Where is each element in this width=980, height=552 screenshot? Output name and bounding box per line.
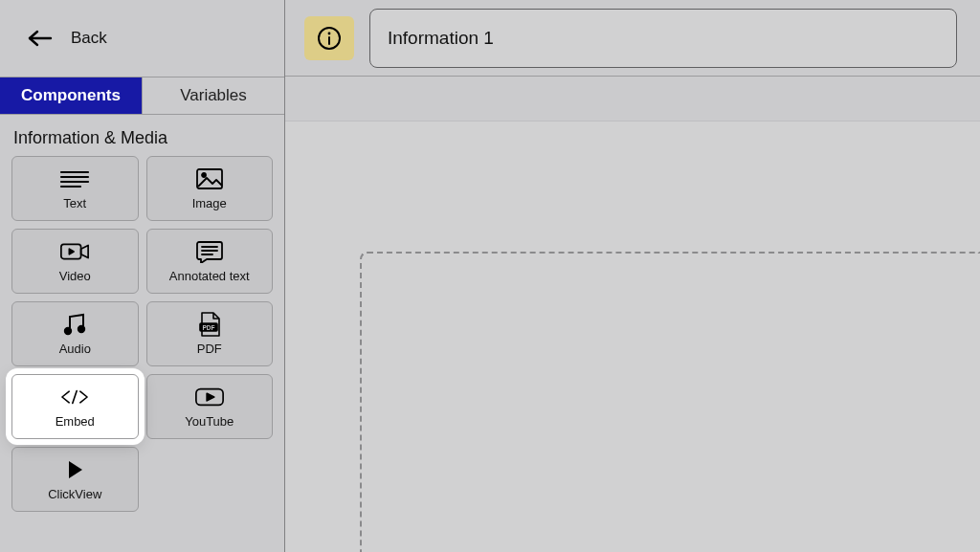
tile-label: YouTube [185, 414, 234, 429]
right-panel [285, 0, 980, 552]
tab-row: Components Variables [0, 77, 284, 115]
text-lines-icon [59, 167, 90, 190]
canvas-area[interactable] [285, 121, 980, 552]
svg-point-21 [328, 32, 331, 34]
tile-text[interactable]: Text [11, 156, 139, 221]
tile-label: Image [192, 196, 227, 210]
right-header [285, 0, 980, 77]
info-badge[interactable] [304, 16, 354, 60]
annotated-text-icon [194, 240, 225, 263]
header-gap [285, 77, 980, 121]
tile-youtube[interactable]: YouTube [146, 374, 274, 439]
tile-clickview[interactable]: ClickView [11, 447, 139, 512]
svg-rect-5 [197, 169, 222, 188]
svg-point-13 [78, 325, 84, 331]
svg-marker-18 [207, 393, 214, 401]
back-label: Back [71, 29, 107, 48]
audio-icon [59, 313, 90, 336]
arrow-left-icon [27, 25, 54, 52]
info-icon [317, 26, 342, 51]
tile-label: PDF [197, 342, 222, 356]
svg-marker-19 [69, 461, 82, 478]
tile-video[interactable]: Video [11, 229, 139, 294]
svg-point-6 [202, 173, 206, 177]
tile-audio[interactable]: Audio [11, 301, 139, 366]
section-title: Information & Media [0, 115, 284, 156]
tab-components[interactable]: Components [0, 77, 142, 114]
video-icon [59, 240, 90, 263]
pdf-icon: PDF [194, 313, 225, 336]
tile-pdf[interactable]: PDF PDF [146, 301, 274, 366]
tile-label: Annotated text [169, 269, 250, 283]
svg-line-16 [73, 390, 77, 403]
tile-image[interactable]: Image [146, 156, 274, 221]
svg-point-12 [65, 327, 71, 333]
tab-variables[interactable]: Variables [142, 77, 284, 114]
svg-text:PDF: PDF [202, 323, 214, 330]
back-button[interactable]: Back [0, 0, 284, 77]
tile-label: Embed [56, 414, 95, 429]
embed-icon [59, 386, 90, 408]
tile-label: Video [59, 269, 91, 283]
left-panel: Back Components Variables Information & … [0, 0, 285, 552]
tile-embed[interactable]: Embed [11, 374, 139, 439]
title-input[interactable] [369, 9, 957, 68]
youtube-icon [194, 386, 225, 408]
component-grid: Text Image [0, 156, 284, 512]
tile-label: Text [63, 196, 86, 210]
tile-label: Audio [59, 342, 91, 356]
tile-annotated-text[interactable]: Annotated text [146, 229, 274, 294]
drop-target[interactable] [360, 252, 980, 552]
tile-label: ClickView [48, 487, 101, 501]
svg-marker-8 [70, 249, 75, 254]
play-icon [59, 458, 90, 481]
image-icon [194, 167, 225, 190]
